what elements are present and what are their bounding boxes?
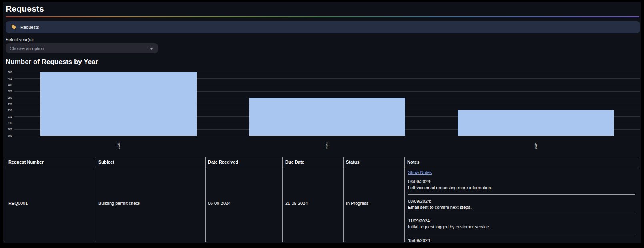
y-tick-label: 1.0: [8, 122, 12, 124]
column-header-status: Status: [344, 157, 405, 167]
note-divider: [408, 234, 635, 234]
column-header-notes: Notes: [405, 157, 639, 167]
y-tick-label: 3.5: [8, 90, 12, 93]
x-tick-label: 2023: [326, 139, 328, 149]
y-tick-label: 0.0: [8, 134, 12, 137]
y-tick-label: 4.0: [8, 84, 12, 86]
bar-2023: [249, 98, 406, 136]
page-title: Requests: [6, 4, 44, 14]
requests-by-year-bar-chart: 0.00.51.01.52.02.53.03.54.04.55.0 202220…: [6, 72, 640, 149]
y-tick-label: 1.5: [8, 115, 12, 118]
y-tick-label: 2.0: [8, 109, 12, 112]
note-text: Left voicemail requesting more informati…: [408, 185, 635, 191]
y-tick-label: 3.0: [8, 96, 12, 99]
table-row: REQ0001Building permit check06-09-202421…: [6, 167, 639, 242]
y-tick-label: 4.5: [8, 77, 12, 80]
x-tick-label: 2022: [117, 139, 120, 149]
column-header-due-date: Due Date: [283, 157, 344, 167]
table-header-row: Request NumberSubjectDate ReceivedDue Da…: [6, 157, 639, 167]
y-tick-label: 2.5: [8, 103, 12, 106]
note-divider: [408, 214, 635, 214]
chevron-down-icon: [149, 46, 154, 51]
x-tick-label: 2024: [534, 139, 537, 149]
y-axis: 0.00.51.01.52.02.53.03.54.04.55.0: [6, 72, 13, 136]
cell-request-number: REQ0001: [6, 167, 96, 242]
year-select-label: Select year(s):: [6, 37, 34, 42]
tag-icon: [11, 24, 17, 30]
note-divider: [408, 194, 635, 195]
plot-area: [14, 72, 640, 136]
cell-status: In Progress: [344, 167, 405, 242]
cell-due-date: 21-09-2024: [283, 167, 344, 242]
bar-2022: [40, 72, 197, 136]
x-axis: 202220232024: [14, 139, 640, 149]
note-date: 06/09/2024:: [408, 179, 635, 185]
y-tick-label: 0.5: [8, 128, 12, 131]
year-multiselect[interactable]: Choose an option: [6, 43, 158, 53]
requests-expander[interactable]: Requests: [6, 21, 640, 33]
chart-heading: Number of Requests by Year: [6, 58, 98, 66]
column-header-date-received: Date Received: [206, 157, 283, 167]
y-tick-label: 5.0: [8, 71, 12, 74]
expander-label: Requests: [20, 25, 39, 30]
note-date: 15/09/2024:: [408, 238, 635, 242]
note-date: 11/09/2024:: [408, 218, 635, 224]
select-placeholder: Choose an option: [10, 46, 149, 51]
column-header-request-number: Request Number: [6, 157, 96, 167]
note-text: Email sent to confirm next steps.: [408, 204, 635, 210]
column-header-subject: Subject: [96, 157, 206, 167]
cell-notes: Show Notes06/09/2024:Left voicemail requ…: [405, 167, 639, 242]
requests-table: Request NumberSubjectDate ReceivedDue Da…: [6, 157, 638, 242]
cell-date-received: 06-09-2024: [206, 167, 283, 242]
note-text: Initial request logged by customer servi…: [408, 224, 635, 230]
app-root: Requests Requests Select year(s): Choose…: [3, 2, 641, 243]
cell-subject: Building permit check: [96, 167, 206, 242]
note-date: 08/09/2024:: [408, 198, 635, 204]
bar-2024: [458, 110, 614, 136]
rainbow-divider: [6, 16, 639, 17]
gridline: [14, 136, 640, 136]
show-notes-link[interactable]: Show Notes: [408, 170, 432, 175]
